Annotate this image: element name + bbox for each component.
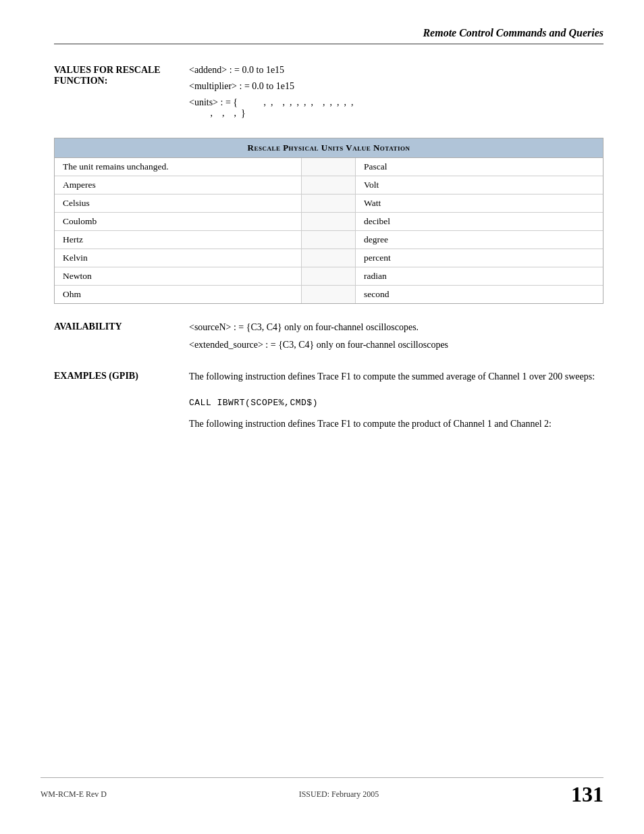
- footer-center: ISSUED: February 2005: [299, 789, 379, 800]
- table-cell-mid-0: [302, 158, 356, 176]
- page-title: Remote Control Commands and Queries: [423, 27, 603, 39]
- values-content: <addend> : = 0.0 to 1e15 <multiplier> : …: [189, 65, 603, 124]
- table-cell-right-2: Watt: [356, 194, 603, 213]
- table-cell-left-5: Kelvin: [55, 249, 302, 267]
- table-cell-right-6: radian: [356, 267, 603, 286]
- table-cell-mid-1: [302, 176, 356, 194]
- availability-line-2: <extended_source> : = {C3, C4} only on f…: [189, 338, 603, 353]
- examples-content: The following instruction defines Trace …: [189, 369, 603, 387]
- availability-line-1: <sourceN> : = {C3, C4} only on four-chan…: [189, 320, 603, 335]
- page-header: Remote Control Commands and Queries: [54, 27, 603, 45]
- examples-code1: CALL IBWRT(SCOPE%,CMD$): [189, 398, 603, 408]
- table-cell-left-1: Amperes: [55, 176, 302, 194]
- page-footer: WM-RCM-E Rev D ISSUED: February 2005 131: [41, 777, 603, 807]
- examples-section: EXAMPLES (GPIB) The following instructio…: [54, 369, 603, 387]
- table-cell-right-0: Pascal: [356, 158, 603, 176]
- availability-label: AVAILABILITY: [54, 320, 189, 332]
- rescale-table: Rescale Physical Units Value Notation Th…: [54, 138, 603, 304]
- units-line: <units> : = { , , , , , , , , , , , , , …: [189, 97, 603, 119]
- table-cell-left-0: The unit remains unchanged.: [55, 158, 302, 176]
- table-cell-mid-7: [302, 286, 356, 303]
- table-cell-right-3: decibel: [356, 213, 603, 231]
- availability-content: <sourceN> : = {C3, C4} only on four-chan…: [189, 320, 603, 356]
- table-cell-left-7: Ohm: [55, 286, 302, 303]
- table-cell-right-7: second: [356, 286, 603, 303]
- examples-intro2: The following instruction defines Trace …: [189, 419, 603, 429]
- table-cell-mid-3: [302, 213, 356, 231]
- table-cell-mid-4: [302, 231, 356, 249]
- table-cell-mid-5: [302, 249, 356, 267]
- availability-section: AVAILABILITY <sourceN> : = {C3, C4} only…: [54, 320, 603, 356]
- values-label: VALUES FOR RESCALE FUNCTION:: [54, 65, 189, 86]
- addend-line: <addend> : = 0.0 to 1e15: [189, 65, 603, 76]
- table-cell-left-3: Coulomb: [55, 213, 302, 231]
- values-label-line1: VALUES FOR RESCALE: [54, 65, 189, 76]
- examples-intro1: The following instruction defines Trace …: [189, 369, 603, 384]
- table-cell-right-1: Volt: [356, 176, 603, 194]
- examples-label-spacer: [54, 419, 189, 429]
- table-cell-left-2: Celsius: [55, 194, 302, 213]
- page-number: 131: [571, 782, 603, 807]
- table-cell-mid-2: [302, 194, 356, 213]
- footer-left: WM-RCM-E Rev D: [41, 789, 107, 800]
- table-cell-left-4: Hertz: [55, 231, 302, 249]
- values-label-line2: FUNCTION:: [54, 76, 189, 86]
- table-cell-right-4: degree: [356, 231, 603, 249]
- examples-section-2: The following instruction defines Trace …: [54, 419, 603, 429]
- values-section: VALUES FOR RESCALE FUNCTION: <addend> : …: [54, 65, 603, 124]
- multiplier-line: <multiplier> : = 0.0 to 1e15: [189, 81, 603, 92]
- table-cell-right-5: percent: [356, 249, 603, 267]
- table-body: The unit remains unchanged. Pascal Amper…: [55, 158, 603, 303]
- table-header: Rescale Physical Units Value Notation: [55, 138, 603, 158]
- table-cell-mid-6: [302, 267, 356, 286]
- table-cell-left-6: Newton: [55, 267, 302, 286]
- examples-label: EXAMPLES (GPIB): [54, 369, 189, 382]
- page: Remote Control Commands and Queries VALU…: [0, 0, 644, 834]
